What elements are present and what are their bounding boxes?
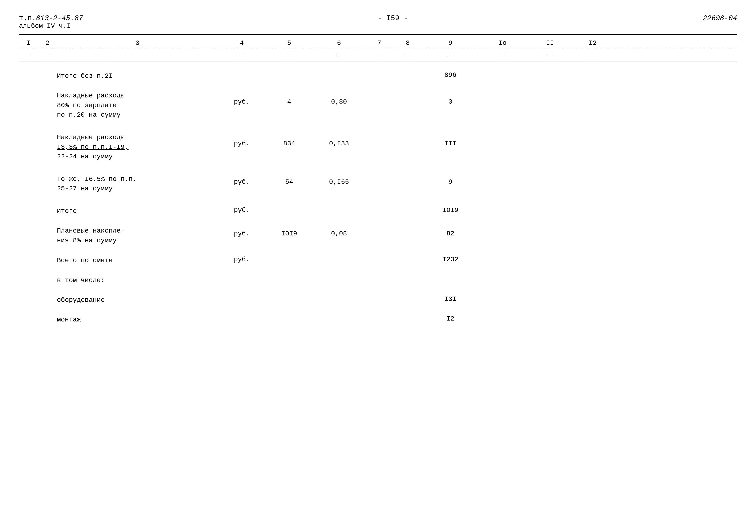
- col-underline-10: —: [479, 51, 526, 59]
- table-row: монтаж I2: [19, 312, 737, 327]
- header-title-line1: т.п.813-2-45.87: [19, 14, 83, 22]
- cell-r5-c4: руб.: [218, 206, 265, 214]
- col-underline-9: ——: [422, 51, 479, 59]
- col-underline-8: —: [393, 51, 422, 59]
- cell-r9-c3: оборудование: [57, 295, 218, 305]
- col-header-2: 2: [38, 40, 57, 47]
- col-underline-11: —: [526, 51, 574, 59]
- cell-r6-c5: IOI9: [265, 226, 313, 237]
- table-row: Итого руб. IOI9: [19, 204, 737, 219]
- cell-r4-c9: 9: [422, 174, 479, 186]
- cell-r7-c4: руб.: [218, 256, 265, 263]
- col-underline-3: ————————————: [57, 51, 218, 59]
- cell-r1-c3: Итого без п.2I: [57, 71, 218, 81]
- col-header-5: 5: [265, 40, 313, 47]
- header-left: т.п.813-2-45.87 альбом IV ч.I: [19, 14, 83, 30]
- cell-r2-c6: 0,80: [313, 91, 365, 105]
- cell-r2-c3: Накладные расходы80% по зарплатепо п.20 …: [57, 91, 218, 120]
- column-header-row1: I 2 3 4 5 6 7 8 9 Io II I2: [19, 34, 737, 49]
- cell-r2-c9: 3: [422, 91, 479, 105]
- cell-r3-c4: руб.: [218, 133, 265, 147]
- header-prefix: т.п.: [19, 14, 36, 22]
- data-section: Итого без п.2I 896 Накладные расходы80% …: [19, 68, 737, 327]
- header-right: 22698-04: [703, 14, 737, 22]
- cell-r9-c9: I3I: [422, 295, 479, 303]
- cell-r2-c5: 4: [265, 91, 313, 105]
- cell-r2-c4: руб.: [218, 91, 265, 105]
- column-header-row2: — — ———————————— — — — — — —— — — —: [19, 49, 737, 62]
- table-row: То же, I6,5% по п.п.25-27 на сумму руб. …: [19, 172, 737, 197]
- cell-r7-c3: Всего по смете: [57, 256, 218, 265]
- table-row: в том числе:: [19, 273, 737, 288]
- header-subtitle: альбом IV ч.I: [19, 22, 83, 30]
- cell-r3-c6: 0,I33: [313, 133, 365, 147]
- header-center: - I59 -: [378, 14, 408, 22]
- cell-r5-c3: Итого: [57, 206, 218, 216]
- cell-r6-c3: Плановые накопле-ния 8% на сумму: [57, 226, 218, 245]
- cell-r10-c3: монтаж: [57, 315, 218, 324]
- cell-r10-c9: I2: [422, 315, 479, 322]
- col-header-7: 7: [365, 40, 393, 47]
- col-header-9: 9: [422, 40, 479, 47]
- col-header-4: 4: [218, 40, 265, 47]
- col-header-6: 6: [313, 40, 365, 47]
- col-underline-1: —: [19, 51, 38, 59]
- cell-r4-c3: То же, I6,5% по п.п.25-27 на сумму: [57, 174, 218, 194]
- table-row: оборудование I3I: [19, 293, 737, 307]
- cell-r4-c5: 54: [265, 174, 313, 186]
- cell-r1-c9: 896: [422, 71, 479, 79]
- header-italic: 813-2-45.87: [36, 14, 83, 22]
- cell-r3-c3: Накладные расходыI3,3% по п.п.I-I9,22-24…: [57, 133, 218, 162]
- cell-r3-c9: III: [422, 133, 479, 147]
- table-row: Всего по смете руб. I232: [19, 253, 737, 268]
- cell-r4-c6: 0,I65: [313, 174, 365, 186]
- cell-r6-c6: 0,08: [313, 226, 365, 237]
- col-header-11: II: [526, 40, 574, 47]
- cell-r6-c4: руб.: [218, 226, 265, 237]
- col-header-10: Io: [479, 40, 526, 47]
- table-row: Накладные расходыI3,3% по п.п.I-I9,22-24…: [19, 130, 737, 165]
- cell-r3-c5: 834: [265, 133, 313, 147]
- col-underline-6: —: [313, 51, 365, 59]
- col-underline-7: —: [365, 51, 393, 59]
- col-underline-4: —: [218, 51, 265, 59]
- col-underline-2: —: [38, 51, 57, 59]
- col-header-1: I: [19, 40, 38, 47]
- table-row: Накладные расходы80% по зарплатепо п.20 …: [19, 88, 737, 123]
- col-header-8: 8: [393, 40, 422, 47]
- col-header-3: 3: [57, 40, 218, 47]
- col-header-12: I2: [574, 40, 612, 47]
- cell-r8-c3: в том числе:: [57, 276, 218, 285]
- table-row: Итого без п.2I 896: [19, 68, 737, 83]
- page-header: т.п.813-2-45.87 альбом IV ч.I - I59 - 22…: [19, 14, 737, 30]
- col-underline-12: —: [574, 51, 612, 59]
- col-underline-5: —: [265, 51, 313, 59]
- cell-r7-c9: I232: [422, 256, 479, 263]
- cell-r4-c4: руб.: [218, 174, 265, 186]
- cell-r5-c9: IOI9: [422, 206, 479, 214]
- cell-r6-c9: 82: [422, 226, 479, 237]
- table-row: Плановые накопле-ния 8% на сумму руб. IO…: [19, 223, 737, 248]
